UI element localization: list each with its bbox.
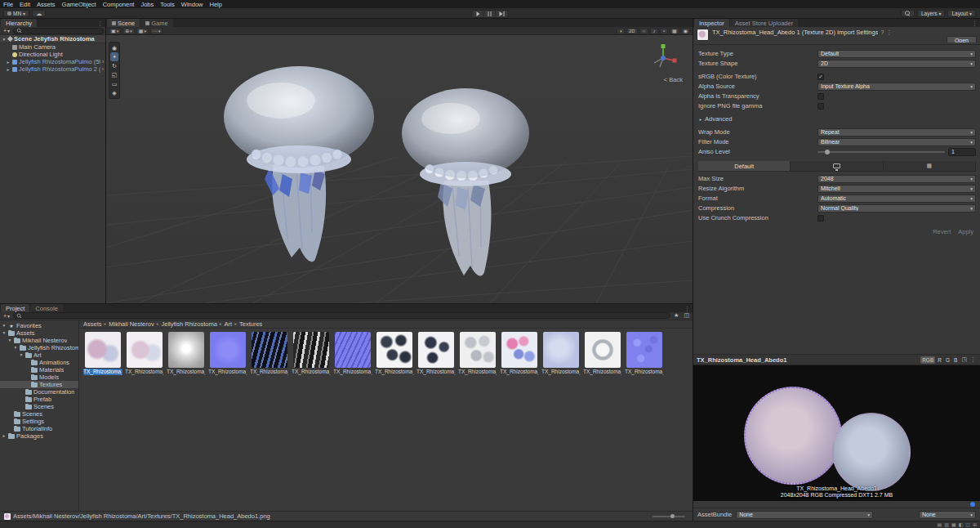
create-asset-button[interactable]: +▾ [2,313,11,319]
tab-inspector[interactable]: Inspector [694,19,729,27]
tab-scene[interactable]: Scene [107,19,140,27]
hierarchy-item[interactable]: Main Camera [0,43,105,51]
tree-item-textures[interactable]: Textures [0,381,78,388]
draw-mode-dropdown[interactable]: ▣▾ [109,28,121,34]
tree-item-settings[interactable]: Settings [0,418,78,425]
tab-asset-store-uploader[interactable]: Asset Store Uploader [730,19,798,27]
asset-thumbnail[interactable]: TX_Rhizostoma_T... [375,332,414,375]
status-icon-5[interactable]: ◫ [965,522,970,527]
hierarchy-item[interactable]: ▸Jellyfish RhizostomaPulmo 2 (P› [0,65,105,73]
advanced-foldout[interactable]: ▸ Advanced [698,114,976,123]
status-icon-3[interactable]: ▦ [951,522,956,527]
asset-thumbnail[interactable]: TX_Rhizostoma_K... [292,332,331,375]
prefab-chevron-icon[interactable]: › [102,66,104,72]
menu-item-edit[interactable]: Edit [16,1,33,8]
menu-item-assets[interactable]: Assets [33,1,59,8]
layers-dropdown[interactable]: Layers ▾ [917,10,946,17]
play-button[interactable] [472,10,484,18]
rect-tool[interactable]: ▭ [110,79,118,88]
scale-tool[interactable]: ◱ [110,70,118,79]
assetbundle-dropdown[interactable]: None ▾ [736,511,873,519]
assetbundle-variant-dropdown[interactable]: None ▾ [919,511,976,519]
preview-menu-icon[interactable]: ⋮ [969,356,977,363]
help-icon[interactable]: ? [880,29,884,36]
breadcrumb-item[interactable]: Jellyfish Rhizostoma [161,320,216,328]
asset-thumbnail[interactable]: TX_Rhizostoma_T... [500,332,539,375]
menu-item-file[interactable]: File [0,1,16,8]
account-button[interactable]: MN ▾ [3,10,29,17]
thumbnail-zoom-slider[interactable] [653,516,685,517]
open-button[interactable]: Open [947,36,977,43]
project-search-input[interactable] [13,312,670,319]
channel-button-r[interactable]: R [936,356,943,364]
channel-button-g[interactable]: G [944,356,951,364]
transform-tool[interactable]: ◈ [110,88,118,97]
foldout-icon[interactable]: ▾ [13,345,18,350]
platform-tab-standalone[interactable] [791,161,883,171]
status-icon-6[interactable]: ⊞ [973,522,977,527]
asset-thumbnail[interactable]: TX_Rhizostoma_T... [458,332,497,375]
foldout-icon[interactable]: ▾ [2,330,7,335]
gizmos-toggle[interactable]: ◉ [681,28,690,34]
foldout-icon[interactable]: ▸ [6,60,11,65]
view-tool[interactable]: ◉ [110,43,118,52]
channel-button-b[interactable]: B [952,356,959,364]
field-dropdown[interactable]: Automatic▾ [817,195,976,203]
search-button[interactable] [901,10,915,17]
gizmo-view-label[interactable]: < Back [664,76,683,83]
breadcrumb-item[interactable]: Mikhail Nesterov [109,320,154,328]
field-checkbox[interactable] [817,215,824,221]
tree-item-packages[interactable]: ▸Packages [0,432,78,440]
asset-thumbnail[interactable]: TX_Rhizostoma_H... [83,332,122,375]
tree-item-prefab[interactable]: Prefab [0,396,78,403]
step-button[interactable] [497,10,509,18]
panel-menu-icon[interactable]: ⋮ [972,20,980,27]
foldout-icon[interactable]: ▾ [7,338,12,342]
effects-toggle[interactable]: ⋆ [660,28,668,34]
platform-tab-default[interactable]: Default [698,161,791,171]
asset-thumbnail[interactable]: TX_Rhizostoma_K... [250,332,289,375]
asset-thumbnail[interactable]: TX_Rhizostoma_u... [583,332,622,375]
hidden-packages-icon[interactable]: ◫ [682,312,691,319]
texture-preview[interactable]: TX_Rhizostoma_Head_Abedo1 2048x2048 RGB … [693,365,980,501]
grid-toggle[interactable]: ▦ [670,28,679,34]
asset-thumbnail[interactable]: TX_Rhizostoma_H... [125,332,164,375]
create-button[interactable]: +▾ [2,28,11,34]
field-checkbox[interactable] [817,93,824,100]
field-dropdown[interactable]: 2D▾ [817,60,976,68]
grid-settings-dropdown[interactable]: ▦▾ [136,28,149,34]
status-icon-1[interactable]: ▤ [938,522,942,527]
slider-thumb[interactable] [825,150,830,154]
prefab-chevron-icon[interactable]: › [102,59,104,65]
aniso-slider[interactable] [817,148,945,156]
tree-item-tutorialinfo[interactable]: TutorialInfo [0,425,78,432]
asset-thumbnail[interactable]: TX_Rhizostoma_h... [208,332,247,375]
asset-thumbnail[interactable]: TX_Rhizostoma_H... [167,332,206,375]
apply-button[interactable]: Apply [958,228,973,235]
preview-header[interactable]: TX_Rhizostoma_Head_Abedo1 RGBRGB ◳ ⋮ [693,354,980,365]
channel-button-rgb[interactable]: RGB [920,356,935,364]
tab-project[interactable]: Project [1,304,29,312]
cloud-button[interactable]: ☁ [32,10,46,17]
layout-dropdown[interactable]: Layout ▾ [947,10,976,17]
field-dropdown[interactable]: 2048▾ [817,175,976,183]
field-dropdown[interactable]: Default▾ [817,50,976,58]
field-dropdown[interactable]: Normal Quality▾ [817,204,976,213]
field-dropdown[interactable]: Input Texture Alpha▾ [817,83,976,91]
tree-item-scenes[interactable]: Scenes [0,403,78,410]
breadcrumb-item[interactable]: Textures [239,320,262,328]
hierarchy-item[interactable]: Directional Light [0,51,105,58]
foldout-icon[interactable]: ▾ [2,323,7,328]
field-checkbox[interactable] [817,103,824,110]
panel-menu-icon[interactable]: ⋮ [684,306,693,312]
preview-popout-icon[interactable]: ◳ [960,356,968,363]
2d-toggle[interactable]: 2D [626,28,638,34]
platform-tab-other[interactable]: ▦ [884,161,976,171]
asset-thumbnail[interactable]: TX_Rhizostoma_K... [333,332,372,375]
tab-console[interactable]: Console [30,304,63,312]
menu-item-jobs[interactable]: Jobs [137,1,157,8]
tree-item-art[interactable]: ▾Art [0,351,78,359]
asset-thumbnail[interactable]: TX_Rhizostoma_u... [625,332,664,375]
asset-thumbnail[interactable]: TX_Rhizostoma_T... [416,332,456,375]
snap-settings-dropdown[interactable]: ⊕▾ [122,28,135,34]
